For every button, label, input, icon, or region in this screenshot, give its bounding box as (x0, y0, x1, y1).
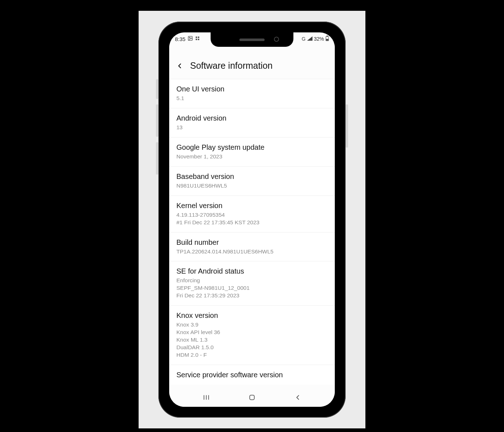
row-one-ui-version[interactable]: One UI version 5.1 (169, 79, 335, 108)
signal-icon (307, 36, 312, 42)
row-label: Baseband version (176, 172, 328, 181)
phone-frame: 8:35 G 32% (158, 22, 346, 418)
row-value: Enforcing SEPF_SM-N981U1_12_0001 Fri Dec… (176, 277, 328, 300)
row-kernel-version[interactable]: Kernel version 4.19.113-27095354 #1 Fri … (169, 196, 335, 233)
row-label: Android version (176, 114, 328, 122)
back-button[interactable] (294, 393, 302, 401)
apps-icon (195, 36, 200, 42)
row-baseband-version[interactable]: Baseband version N981U1UES6HWL5 (169, 167, 335, 196)
row-value: N981U1UES6HWL5 (176, 182, 328, 190)
side-button (156, 79, 158, 99)
power-button (346, 104, 348, 148)
status-right: G 32% (302, 36, 329, 42)
row-service-provider-version[interactable]: Service provider software version (169, 365, 335, 385)
notch (211, 32, 293, 47)
home-button[interactable] (248, 393, 256, 401)
row-label: Service provider software version (176, 371, 328, 379)
row-google-play-update[interactable]: Google Play system update November 1, 20… (169, 138, 335, 167)
network-type: G (302, 36, 306, 42)
row-se-android-status[interactable]: SE for Android status Enforcing SEPF_SM-… (169, 261, 335, 306)
row-value: 4.19.113-27095354 #1 Fri Dec 22 17:35:45… (176, 211, 328, 226)
row-value: 13 (176, 124, 328, 131)
row-label: Google Play system update (176, 143, 328, 152)
row-label: Build number (176, 238, 328, 247)
row-label: Knox version (176, 311, 328, 320)
svg-rect-12 (250, 395, 255, 400)
row-knox-version[interactable]: Knox version Knox 3.9 Knox API level 36 … (169, 306, 335, 365)
row-value: November 1, 2023 (176, 153, 328, 161)
back-icon[interactable] (176, 62, 184, 70)
row-android-version[interactable]: Android version 13 (169, 108, 335, 138)
volume-down-button (156, 142, 158, 175)
row-label: One UI version (176, 85, 328, 93)
stage: 8:35 G 32% (139, 11, 365, 428)
row-value: Knox 3.9 Knox API level 36 Knox ML 1.3 D… (176, 321, 328, 359)
page-title: Software information (190, 60, 273, 71)
svg-rect-3 (198, 37, 199, 38)
app-header: Software information (169, 45, 335, 79)
screen: 8:35 G 32% (169, 32, 335, 407)
status-left: 8:35 (175, 36, 200, 42)
front-camera (274, 37, 279, 42)
scroll-area[interactable]: Software information One UI version 5.1 … (169, 45, 335, 388)
navigation-bar (169, 388, 335, 407)
svg-rect-4 (196, 39, 197, 40)
recents-button[interactable] (202, 393, 210, 401)
svg-point-1 (189, 37, 190, 38)
row-label: SE for Android status (176, 267, 328, 275)
speaker-grille (239, 39, 265, 41)
settings-list: One UI version 5.1 Android version 13 Go… (169, 79, 335, 385)
svg-rect-2 (196, 37, 197, 38)
battery-icon (325, 36, 329, 42)
svg-rect-5 (198, 39, 199, 40)
volume-up-button (156, 104, 158, 137)
row-label: Kernel version (176, 202, 328, 210)
svg-rect-8 (326, 39, 328, 40)
svg-rect-7 (327, 36, 328, 36)
row-value: TP1A.220624.014.N981U1UES6HWL5 (176, 248, 328, 256)
row-build-number[interactable]: Build number TP1A.220624.014.N981U1UES6H… (169, 233, 335, 262)
battery-percent: 32% (314, 36, 324, 42)
status-time: 8:35 (175, 36, 185, 42)
image-icon (188, 36, 193, 42)
row-value: 5.1 (176, 95, 328, 102)
